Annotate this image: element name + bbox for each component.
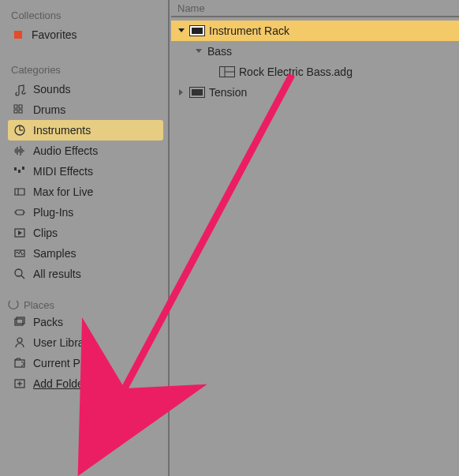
note-icon — [13, 83, 27, 96]
svg-rect-10 — [16, 210, 24, 215]
place-add-folder[interactable]: Add Folder... — [8, 373, 168, 394]
favorites-color-icon — [14, 31, 22, 39]
category-clips[interactable]: Clips — [8, 223, 168, 243]
svg-rect-3 — [19, 110, 22, 113]
collections-header: Collections — [8, 5, 168, 24]
disclosure-down-icon[interactable] — [195, 47, 203, 55]
place-user-library[interactable]: User Library — [8, 332, 168, 353]
svg-rect-9 — [22, 167, 24, 170]
category-plug-ins[interactable]: Plug-Ins — [8, 202, 168, 223]
name-column-header[interactable]: Name — [171, 0, 459, 17]
tree-item-instrument-rack[interactable]: Instrument Rack — [171, 21, 459, 41]
svg-rect-30 — [192, 89, 203, 96]
tree-item-label: Rock Electric Bass.adg — [239, 66, 353, 78]
category-samples[interactable]: Samples — [8, 243, 168, 264]
user-library-icon — [13, 336, 27, 349]
category-midi-effects[interactable]: MIDI Effects — [8, 161, 168, 182]
tree-item-rock-bass[interactable]: Rock Electric Bass.adg — [171, 62, 459, 82]
instruments-icon — [13, 124, 27, 137]
item-label: Samples — [33, 247, 76, 260]
add-folder-icon — [13, 377, 27, 390]
svg-rect-20 — [15, 360, 24, 367]
svg-rect-0 — [14, 105, 17, 108]
tree-item-tension[interactable]: Tension — [171, 82, 459, 103]
category-instruments[interactable]: Instruments — [8, 120, 163, 141]
svg-line-16 — [21, 275, 24, 279]
item-label: Audio Effects — [33, 144, 98, 157]
packs-icon — [13, 316, 27, 328]
category-audio-effects[interactable]: Audio Effects — [8, 141, 168, 161]
item-label: Add Folder... — [33, 377, 95, 390]
category-all-results[interactable]: All results — [8, 264, 168, 284]
favorites-item[interactable]: Favorites — [8, 24, 168, 45]
device-preset-icon — [220, 66, 234, 77]
content-panel: Name Instrument Rack Bass Rock Electric … — [171, 0, 459, 476]
sidebar: Collections Favorites Categories Sounds … — [0, 0, 170, 476]
samples-icon — [13, 247, 27, 260]
item-label: Instruments — [33, 124, 91, 137]
item-label: User Library — [33, 336, 93, 349]
current-project-icon — [13, 357, 27, 369]
item-label: All results — [33, 268, 81, 280]
categories-header: Categories — [8, 59, 168, 79]
drums-icon — [13, 103, 27, 116]
clips-icon — [13, 227, 27, 239]
tree-item-bass[interactable]: Bass — [171, 41, 459, 62]
midi-effects-icon — [13, 165, 27, 178]
rack-icon — [190, 87, 204, 98]
browser-tree: Instrument Rack Bass Rock Electric Bass.… — [171, 17, 459, 103]
category-sounds[interactable]: Sounds — [8, 79, 168, 99]
item-label: Current Project — [33, 357, 107, 369]
tree-item-label: Bass — [207, 45, 232, 58]
rack-icon — [190, 25, 204, 36]
svg-rect-7 — [14, 167, 17, 171]
places-toggle-icon[interactable] — [8, 298, 19, 312]
item-label: Clips — [33, 227, 58, 239]
tree-item-label: Tension — [209, 86, 247, 99]
svg-rect-8 — [18, 170, 21, 173]
svg-point-19 — [17, 338, 22, 343]
plug-ins-icon — [13, 206, 27, 219]
search-icon — [13, 268, 27, 280]
audio-effects-icon — [13, 144, 27, 157]
favorites-label: Favorites — [32, 28, 77, 41]
svg-rect-25 — [192, 28, 203, 34]
disclosure-down-icon[interactable] — [177, 27, 185, 35]
svg-rect-2 — [14, 110, 17, 113]
svg-point-15 — [15, 269, 22, 276]
item-label: Sounds — [33, 83, 70, 96]
disclosure-right-icon[interactable] — [177, 88, 185, 96]
item-label: Max for Live — [33, 186, 93, 198]
category-max-for-live[interactable]: Max for Live — [8, 182, 168, 202]
category-drums[interactable]: Drums — [8, 99, 168, 120]
place-current-project[interactable]: Current Project — [8, 353, 168, 373]
svg-rect-1 — [19, 105, 22, 108]
item-label: Plug-Ins — [33, 206, 73, 219]
place-packs[interactable]: Packs — [8, 312, 168, 332]
max-for-live-icon — [13, 186, 27, 198]
tree-item-label: Instrument Rack — [209, 24, 289, 37]
item-label: Drums — [33, 103, 65, 116]
item-label: Packs — [33, 316, 63, 328]
item-label: MIDI Effects — [33, 165, 93, 178]
places-header: Places — [24, 299, 54, 311]
